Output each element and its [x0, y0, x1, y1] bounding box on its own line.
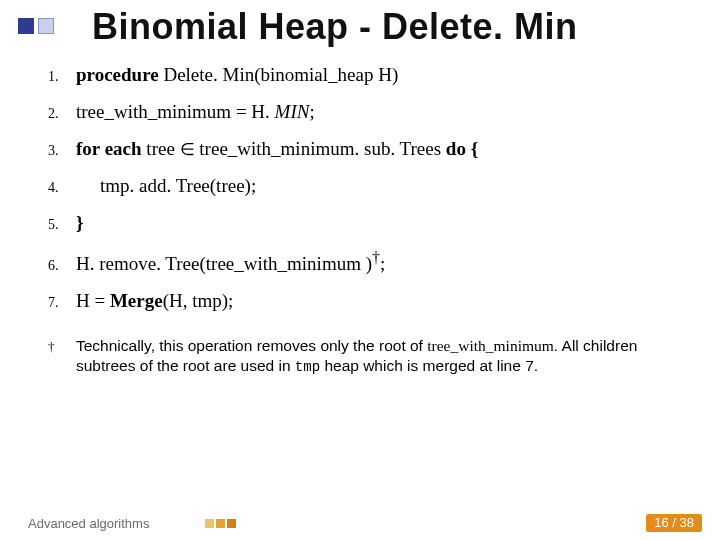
- footnote-body: Technically, this operation removes only…: [76, 336, 690, 377]
- line-body: for each tree ∈ tree_with_minimum. sub. …: [76, 138, 478, 160]
- line-body: H = Merge(H, tmp);: [76, 290, 233, 312]
- title-bullet-dark: [18, 18, 34, 34]
- code-line-5: 5. }: [48, 212, 690, 234]
- line-number: 2.: [48, 106, 76, 122]
- title-bullet-light: [38, 18, 54, 34]
- footer-decoration: [205, 519, 236, 528]
- code-line-3: 3. for each tree ∈ tree_with_minimum. su…: [48, 138, 690, 160]
- page-indicator: 16 / 38: [646, 514, 702, 532]
- code-line-2: 2. tree_with_minimum = H. MIN;: [48, 101, 690, 123]
- code-line-1: 1. procedure Delete. Min(binomial_heap H…: [48, 64, 690, 86]
- content-area: 1. procedure Delete. Min(binomial_heap H…: [0, 50, 720, 377]
- line-body: tmp. add. Tree(tree);: [76, 175, 256, 197]
- code-line-6: 6. H. remove. Tree(tree_with_minimum )†;: [48, 249, 690, 275]
- title-row: Binomial Heap - Delete. Min: [0, 0, 720, 50]
- square-icon: [227, 519, 236, 528]
- footnote-mark: †: [48, 339, 76, 355]
- line-number: 5.: [48, 217, 76, 233]
- line-number: 7.: [48, 295, 76, 311]
- code-line-7: 7. H = Merge(H, tmp);: [48, 290, 690, 312]
- line-number: 1.: [48, 69, 76, 85]
- square-icon: [216, 519, 225, 528]
- slide-title: Binomial Heap - Delete. Min: [92, 6, 578, 48]
- line-number: 3.: [48, 143, 76, 159]
- footer-label: Advanced algorithms: [28, 516, 149, 531]
- line-number: 4.: [48, 180, 76, 196]
- footer: Advanced algorithms 16 / 38: [0, 514, 720, 532]
- code-line-4: 4. tmp. add. Tree(tree);: [48, 175, 690, 197]
- line-body: procedure Delete. Min(binomial_heap H): [76, 64, 398, 86]
- line-body: }: [76, 212, 84, 234]
- line-body: tree_with_minimum = H. MIN;: [76, 101, 315, 123]
- footnote: † Technically, this operation removes on…: [48, 336, 690, 377]
- square-icon: [205, 519, 214, 528]
- line-body: H. remove. Tree(tree_with_minimum )†;: [76, 249, 385, 275]
- line-number: 6.: [48, 258, 76, 274]
